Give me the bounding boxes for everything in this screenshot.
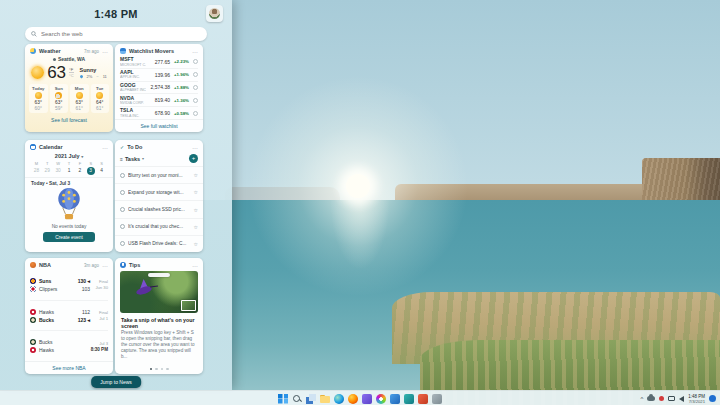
game-time: 8:30 PM — [90, 347, 108, 352]
pinned-app-3[interactable] — [418, 394, 428, 404]
team-score: 112 — [82, 309, 90, 315]
stock-change: +2.23% — [172, 59, 189, 64]
task-checkbox[interactable] — [120, 173, 125, 178]
forecast-day[interactable]: Mon 63° 61° — [70, 84, 89, 113]
calendar-date[interactable]: 2 — [74, 167, 85, 175]
stock-company: ALPHABET INC. — [120, 88, 146, 92]
star-icon[interactable]: ☆ — [194, 172, 198, 178]
search-bar[interactable] — [25, 27, 207, 41]
weather-widget[interactable]: Weather 7m ago … Seattle, WA 63 °F °C Su… — [25, 44, 113, 132]
snip-thumbnail-graphic — [181, 300, 196, 311]
task-checkbox[interactable] — [120, 224, 125, 229]
watchlist-widget[interactable]: Watchlist Movers … MSFT MICROSOFT C... 2… — [115, 44, 203, 132]
search-input[interactable] — [41, 31, 201, 37]
month-selector[interactable]: 2021 July ▾ — [25, 152, 113, 161]
add-task-button[interactable]: + — [189, 154, 198, 163]
task-checkbox[interactable] — [120, 190, 125, 195]
forecast-high: 63° — [76, 100, 83, 105]
unit-celsius[interactable]: °C — [69, 72, 74, 78]
start-button[interactable] — [278, 394, 288, 404]
game-date: Jun 30 — [90, 285, 108, 290]
photos-app-button[interactable] — [376, 394, 386, 404]
onedrive-icon[interactable] — [647, 396, 655, 401]
pinned-app-1[interactable] — [390, 394, 400, 404]
calendar-date[interactable]: 28 — [31, 167, 42, 175]
network-icon[interactable] — [668, 396, 675, 401]
more-options-button[interactable]: … — [102, 145, 108, 149]
calendar-date[interactable]: 30 — [53, 167, 64, 175]
tips-widget[interactable]: Tips … Take a snip of what's on your scr… — [115, 258, 203, 374]
tray-overflow-chevron[interactable]: ^ — [640, 396, 643, 402]
stock-watch-icon[interactable] — [193, 72, 198, 77]
calendar-date[interactable]: 4 — [96, 167, 107, 175]
see-full-watchlist-link[interactable]: See full watchlist — [115, 119, 203, 132]
weather-condition: Sunny — [80, 67, 97, 73]
jump-to-news-button[interactable]: Jump to News — [91, 376, 141, 388]
todo-widget[interactable]: ✓ To Do … ≡ Tasks ▾ + Blurry text on you… — [115, 140, 203, 252]
stock-row[interactable]: GOOG ALPHABET INC. 2,574.38 +1.88% — [120, 81, 198, 94]
game-row[interactable]: Suns 130 ◂ Clippers 103 Final Jun 30 — [30, 270, 108, 300]
forecast-day[interactable]: Sun 63° 59° — [50, 84, 69, 113]
more-options-button[interactable]: … — [102, 263, 108, 267]
stock-row[interactable]: MSFT MICROSOFT C... 277.65 +2.23% — [120, 56, 198, 68]
more-options-button[interactable]: … — [102, 49, 108, 53]
firefox-browser-button[interactable] — [348, 394, 358, 404]
calendar-date[interactable]: 1 — [64, 167, 75, 175]
task-row[interactable]: It's crucial that you chec... ☆ — [115, 218, 203, 235]
task-view-button[interactable] — [306, 394, 316, 404]
stock-watch-icon[interactable] — [193, 85, 198, 90]
more-options-button[interactable]: … — [192, 49, 198, 53]
see-full-forecast-link[interactable]: See full forecast — [25, 115, 113, 123]
tray-status-icon[interactable] — [659, 396, 664, 401]
create-event-button[interactable]: Create event — [43, 232, 95, 242]
stock-watch-icon[interactable] — [193, 98, 198, 103]
clock-date: 7/3/2021 — [689, 399, 705, 404]
more-options-button[interactable]: … — [192, 145, 198, 149]
weekday-label: F — [74, 161, 85, 166]
carousel-dot[interactable] — [155, 368, 158, 371]
edge-browser-button[interactable] — [334, 394, 344, 404]
task-row[interactable]: Blurry text on your moni... ☆ — [115, 166, 203, 183]
calendar-date[interactable]: 29 — [42, 167, 53, 175]
notification-badge[interactable] — [709, 395, 716, 402]
task-row[interactable]: Expand your storage wit... ☆ — [115, 183, 203, 200]
file-explorer-button[interactable] — [320, 394, 330, 404]
task-row[interactable]: Crucial slashes SSD pric... ☆ — [115, 200, 203, 217]
nba-widget[interactable]: NBA 3m ago … Suns 130 ◂ — [25, 258, 113, 374]
stock-row[interactable]: NVDA NVIDIA CORP. 819.40 +1.36% — [120, 93, 198, 106]
sunny-icon — [31, 66, 44, 79]
star-icon[interactable]: ☆ — [194, 189, 198, 195]
task-checkbox[interactable] — [120, 207, 125, 212]
stock-watch-icon[interactable] — [193, 59, 198, 64]
task-list-selector[interactable]: Tasks — [125, 156, 140, 162]
game-row[interactable]: Bucks Hawks Jul 3 8:30 PM — [30, 330, 108, 361]
see-more-nba-link[interactable]: See more NBA — [25, 361, 113, 374]
carousel-dot[interactable] — [161, 368, 164, 371]
calendar-date-selected[interactable]: 3 — [87, 167, 95, 175]
team-score: 130 ◂ — [78, 278, 90, 284]
stock-row[interactable]: TSLA TESLA INC. 678.90 +0.58% — [120, 106, 198, 119]
task-row[interactable]: USB Flash Drive deals: C... ☆ — [115, 235, 203, 252]
pinned-app-purple[interactable] — [362, 394, 372, 404]
carousel-dot[interactable] — [150, 368, 153, 371]
calendar-widget[interactable]: Calendar … 2021 July ▾ M T W T F S S 28 … — [25, 140, 113, 252]
stock-watch-icon[interactable] — [193, 111, 198, 116]
team-name: Hawks — [39, 309, 54, 315]
star-icon[interactable]: ☆ — [194, 241, 198, 247]
taskbar-clock[interactable]: 1:48 PM 7/3/2021 — [688, 394, 705, 404]
task-checkbox[interactable] — [120, 241, 125, 246]
carousel-dot[interactable] — [166, 368, 169, 371]
taskbar-search-button[interactable] — [292, 394, 302, 404]
star-icon[interactable]: ☆ — [194, 207, 198, 213]
star-icon[interactable]: ☆ — [194, 224, 198, 230]
more-options-button[interactable]: … — [192, 263, 198, 267]
volume-icon[interactable] — [679, 396, 684, 402]
forecast-high: 63° — [35, 100, 42, 105]
game-row[interactable]: Hawks 112 Bucks 123 ◂ Final Jul 1 — [30, 300, 108, 331]
stock-row[interactable]: AAPL APPLE INC. 139.96 +1.96% — [120, 68, 198, 81]
forecast-day[interactable]: Tue 64° 61° — [91, 84, 110, 113]
pinned-app-2[interactable] — [404, 394, 414, 404]
forecast-day[interactable]: Today 63° 60° — [29, 84, 48, 113]
pinned-app-4[interactable] — [432, 394, 442, 404]
widgets-settings-button[interactable] — [206, 5, 223, 22]
